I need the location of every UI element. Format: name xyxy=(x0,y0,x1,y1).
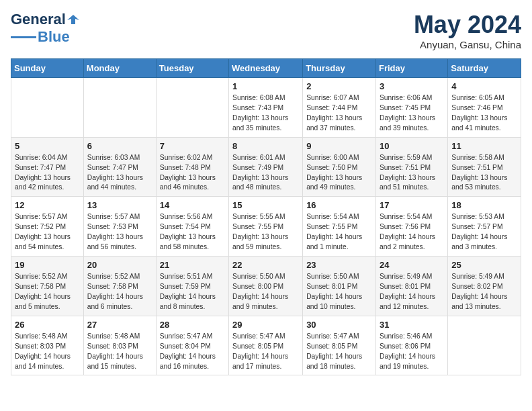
day-number: 27 xyxy=(87,320,152,330)
cell-info: and 56 minutes. xyxy=(87,242,152,253)
cell-info: Sunset: 7:56 PM xyxy=(380,222,444,232)
calendar-cell: 8Sunrise: 6:01 AMSunset: 7:49 PMDaylight… xyxy=(229,137,303,197)
cell-info: Sunrise: 5:49 AM xyxy=(380,272,444,282)
cell-info: and 10 minutes. xyxy=(306,302,372,312)
cell-info: Daylight: 13 hours xyxy=(160,232,225,242)
cell-info: Daylight: 14 hours xyxy=(306,232,372,242)
cell-info: and 49 minutes. xyxy=(306,183,372,193)
day-number: 25 xyxy=(451,260,517,270)
calendar-title: May 2024 xyxy=(414,11,521,39)
cell-info: Sunset: 8:04 PM xyxy=(160,342,225,352)
calendar-cell: 19Sunrise: 5:52 AMSunset: 7:58 PMDayligh… xyxy=(11,257,84,316)
cell-info: and 41 minutes. xyxy=(451,124,517,134)
cell-info: Daylight: 13 hours xyxy=(306,113,372,124)
calendar-table: SundayMondayTuesdayWednesdayThursdayFrid… xyxy=(11,58,521,375)
cell-info: Sunrise: 5:52 AM xyxy=(87,272,152,282)
calendar-cell: 10Sunrise: 5:59 AMSunset: 7:51 PMDayligh… xyxy=(376,137,448,197)
day-number: 22 xyxy=(232,260,299,270)
cell-info: Sunrise: 5:50 AM xyxy=(306,272,372,282)
cell-info: Daylight: 13 hours xyxy=(451,173,517,183)
cell-info: Daylight: 14 hours xyxy=(160,292,225,302)
cell-info: Sunrise: 6:05 AM xyxy=(451,93,517,103)
day-number: 30 xyxy=(306,320,372,330)
cell-info: Daylight: 14 hours xyxy=(451,292,517,302)
cell-info: Sunrise: 5:48 AM xyxy=(15,332,80,342)
day-number: 3 xyxy=(380,81,444,91)
cell-info: Sunrise: 6:02 AM xyxy=(160,153,225,163)
cell-info: Daylight: 13 hours xyxy=(232,173,299,183)
calendar-cell: 23Sunrise: 5:50 AMSunset: 8:01 PMDayligh… xyxy=(303,257,376,316)
cell-info: and 59 minutes. xyxy=(232,242,299,253)
calendar-cell: 15Sunrise: 5:55 AMSunset: 7:55 PMDayligh… xyxy=(229,197,303,257)
day-number: 7 xyxy=(160,141,225,151)
calendar-header-row: SundayMondayTuesdayWednesdayThursdayFrid… xyxy=(11,59,521,78)
calendar-cell: 20Sunrise: 5:52 AMSunset: 7:58 PMDayligh… xyxy=(83,257,156,316)
calendar-cell: 27Sunrise: 5:48 AMSunset: 8:03 PMDayligh… xyxy=(83,316,156,375)
calendar-cell: 28Sunrise: 5:47 AMSunset: 8:04 PMDayligh… xyxy=(156,316,228,375)
cell-info: and 54 minutes. xyxy=(15,242,80,253)
cell-info: Daylight: 13 hours xyxy=(87,232,152,242)
calendar-cell: 3Sunrise: 6:06 AMSunset: 7:45 PMDaylight… xyxy=(376,78,448,138)
cell-info: Sunrise: 6:04 AM xyxy=(15,153,80,163)
calendar-cell: 18Sunrise: 5:53 AMSunset: 7:57 PMDayligh… xyxy=(448,197,521,257)
cell-info: and 3 minutes. xyxy=(451,242,517,253)
calendar-cell: 26Sunrise: 5:48 AMSunset: 8:03 PMDayligh… xyxy=(11,316,84,375)
cell-info: Sunrise: 5:54 AM xyxy=(380,212,444,222)
cell-info: and 15 minutes. xyxy=(87,362,152,372)
weekday-header-saturday: Saturday xyxy=(448,59,521,78)
cell-info: and 5 minutes. xyxy=(15,302,80,312)
cell-info: Sunset: 7:43 PM xyxy=(232,103,299,113)
cell-info: Daylight: 13 hours xyxy=(160,173,225,183)
day-number: 26 xyxy=(15,320,80,330)
cell-info: Daylight: 14 hours xyxy=(232,352,299,362)
cell-info: Daylight: 13 hours xyxy=(380,173,444,183)
cell-info: Sunset: 8:06 PM xyxy=(380,342,444,352)
cell-info: Sunset: 7:51 PM xyxy=(380,163,444,173)
calendar-cell: 29Sunrise: 5:47 AMSunset: 8:05 PMDayligh… xyxy=(229,316,303,375)
weekday-header-thursday: Thursday xyxy=(303,59,376,78)
cell-info: Daylight: 14 hours xyxy=(15,352,80,362)
cell-info: Sunset: 7:44 PM xyxy=(306,103,372,113)
day-number: 10 xyxy=(380,141,444,151)
day-number: 31 xyxy=(380,320,444,330)
cell-info: Sunset: 7:45 PM xyxy=(380,103,444,113)
logo: General Blue xyxy=(11,11,79,46)
cell-info: and 35 minutes. xyxy=(232,124,299,134)
day-number: 12 xyxy=(15,200,80,210)
cell-info: Sunrise: 5:51 AM xyxy=(160,272,225,282)
calendar-cell: 11Sunrise: 5:58 AMSunset: 7:51 PMDayligh… xyxy=(448,137,521,197)
day-number: 9 xyxy=(306,141,372,151)
cell-info: Daylight: 14 hours xyxy=(87,292,152,302)
logo-general: General xyxy=(11,11,66,28)
cell-info: Sunset: 7:55 PM xyxy=(306,222,372,232)
day-number: 6 xyxy=(87,141,152,151)
calendar-cell: 22Sunrise: 5:50 AMSunset: 8:00 PMDayligh… xyxy=(229,257,303,316)
cell-info: Sunrise: 6:08 AM xyxy=(232,93,299,103)
cell-info: Daylight: 14 hours xyxy=(380,232,444,242)
calendar-cell: 7Sunrise: 6:02 AMSunset: 7:48 PMDaylight… xyxy=(156,137,228,197)
calendar-cell: 30Sunrise: 5:47 AMSunset: 8:05 PMDayligh… xyxy=(303,316,376,375)
cell-info: and 17 minutes. xyxy=(232,362,299,372)
calendar-week-5: 26Sunrise: 5:48 AMSunset: 8:03 PMDayligh… xyxy=(11,316,521,375)
weekday-header-wednesday: Wednesday xyxy=(229,59,303,78)
page-header: General Blue May 2024 Anyuan, Gansu, Chi… xyxy=(11,11,521,50)
day-number: 11 xyxy=(451,141,517,151)
cell-info: and 12 minutes. xyxy=(380,302,444,312)
cell-info: Daylight: 13 hours xyxy=(232,113,299,124)
cell-info: Daylight: 14 hours xyxy=(380,292,444,302)
cell-info: and 2 minutes. xyxy=(380,242,444,253)
calendar-cell xyxy=(83,78,156,138)
weekday-header-friday: Friday xyxy=(376,59,448,78)
cell-info: Sunset: 7:58 PM xyxy=(87,282,152,292)
cell-info: Sunrise: 5:50 AM xyxy=(232,272,299,282)
day-number: 24 xyxy=(380,260,444,270)
calendar-cell xyxy=(448,316,521,375)
calendar-cell: 4Sunrise: 6:05 AMSunset: 7:46 PMDaylight… xyxy=(448,78,521,138)
cell-info: and 39 minutes. xyxy=(380,124,444,134)
day-number: 4 xyxy=(451,81,517,91)
cell-info: Sunset: 8:01 PM xyxy=(380,282,444,292)
cell-info: Daylight: 14 hours xyxy=(87,352,152,362)
cell-info: Daylight: 14 hours xyxy=(451,232,517,242)
calendar-cell xyxy=(11,78,84,138)
cell-info: and 42 minutes. xyxy=(15,183,80,193)
